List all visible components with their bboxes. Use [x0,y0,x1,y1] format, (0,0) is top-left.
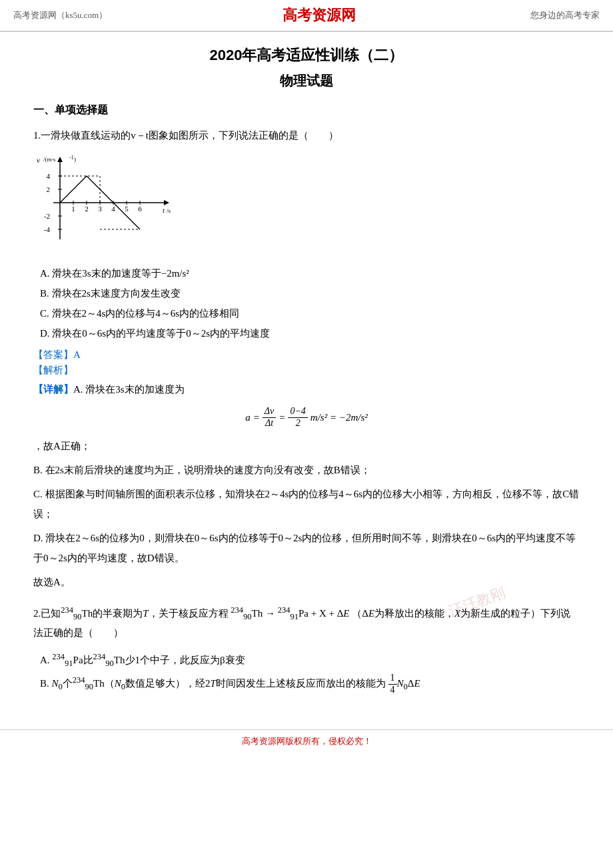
q1-conclusion: 故选A。 [33,572,580,592]
main-title: 2020年高考适应性训练（二） [33,45,580,65]
svg-text:2: 2 [47,185,51,193]
formula-unit: m/s² = −2m/s² [310,412,368,423]
header-left: 高考资源网（ks5u.com） [13,9,107,21]
q1-answer: 【答案】A [33,349,580,361]
q2a-sub1: 91 [65,659,73,668]
vt-graph: v /(m·s -1 ) t /s 4 2 -2 -4 1 2 3 4 5 6 [33,153,180,253]
q1-optionB: B. 滑块在2s末速度方向发生改变 [40,283,580,303]
q2-optionA: A. 23491Pa比23490Th少1个中子，此反应为β衰变 [40,649,580,672]
q2a-sub2: 90 [105,659,114,668]
header-right: 您身边的高考专家 [530,9,600,21]
svg-text:1: 1 [71,205,75,213]
svg-text:t: t [163,206,165,214]
fraction-vals: 0−4 2 [288,406,307,429]
q2-optionB: B. N0个23490Th（N0数值足够大），经2T时间因发生上述核反应而放出的… [40,672,580,696]
svg-text:v: v [37,156,40,164]
q2a-sup1: 234 [52,652,65,661]
section1-title: 一、单项选择题 [33,103,580,117]
formula-a: a [245,412,251,423]
svg-marker-3 [164,200,169,205]
svg-line-30 [60,176,87,203]
formula-equals1: = [253,412,260,423]
q1-optionA: A. 滑块在3s末的加速度等于−2m/s² [40,263,580,283]
footer: 高考资源网版权所有，侵权必究！ [0,729,613,753]
q2-sup1: 234 [61,605,73,615]
svg-text:3: 3 [98,205,102,213]
q1-optionD: D. 滑块在0～6s内的平均速度等于0～2s内的平均速度 [40,323,580,343]
svg-text:4: 4 [111,205,115,213]
site-title: 高考资源网 [283,5,356,25]
q2a-sup2: 234 [93,652,106,661]
svg-text:): ) [74,156,76,163]
q1-analysis-tag: 【解析】 [33,364,580,377]
svg-text:/s: /s [167,207,171,214]
formula-equals2: = [279,412,285,423]
q1-optionC: C. 滑块在2～4s内的位移与4～6s内的位移相同 [40,303,580,323]
svg-text:4: 4 [47,172,51,180]
q1-detail-c: C. 根据图象与时间轴所围的面积表示位移，知滑块在2～4s内的位移与4～6s内的… [33,484,580,524]
q1-detail-a: ，故A正确； [33,436,580,456]
q1-formula: a = Δv Δt = 0−4 2 m/s² = −2m/s² [33,406,580,429]
q2-stem: 2.已知23490Th的半衰期为T，关于核反应方程 23490Th → 2349… [33,603,580,643]
svg-text:/(m·s: /(m·s [43,156,56,163]
fraction-deltav-deltat: Δv Δt [263,406,276,429]
graph-container: v /(m·s -1 ) t /s 4 2 -2 -4 1 2 3 4 5 6 [33,153,580,253]
q2-sub2: 90 [243,612,252,621]
svg-text:6: 6 [138,205,142,213]
q1-detail-block: 【详解】A. 滑块在3s末的加速度为 [33,379,580,399]
question-2: 2.已知23490Th的半衰期为T，关于核反应方程 23490Th → 2349… [33,603,580,696]
q2b-sub1: 90 [85,682,94,691]
q2-sub1: 90 [73,612,82,621]
q2b-sup1: 234 [73,675,85,685]
q2-sup3: 234 [278,605,291,615]
header: 高考资源网（ks5u.com） 高考资源网 您身边的高考专家 [0,0,613,32]
q1-stem: 1.一滑块做直线运动的v－t图象如图所示，下列说法正确的是（ ） [33,127,580,145]
sub-title: 物理试题 [33,72,580,90]
q1-detail-b: B. 在2s末前后滑块的速度均为正，说明滑块的速度方向没有改变，故B错误； [33,460,580,480]
question-1: 1.一滑块做直线运动的v－t图象如图所示，下列说法正确的是（ ） v /(m·s… [33,127,580,592]
q2-sub3: 91 [290,612,299,621]
q2-sup2: 234 [231,605,243,615]
svg-text:-2: -2 [44,212,50,220]
svg-marker-2 [57,157,63,162]
q1-detail-tag: 【详解】 [33,384,73,395]
q2b-sub: 0 [59,682,63,691]
svg-text:5: 5 [125,205,129,213]
svg-text:-4: -4 [44,225,51,233]
q1-detail-d: D. 滑块在2～6s的位移为0，则滑块在0～6s内的位移等于0～2s内的位移，但… [33,528,580,568]
svg-text:2: 2 [85,205,89,213]
q2b-fraction: 1 4 [388,673,397,696]
svg-text:-1: -1 [69,155,74,161]
